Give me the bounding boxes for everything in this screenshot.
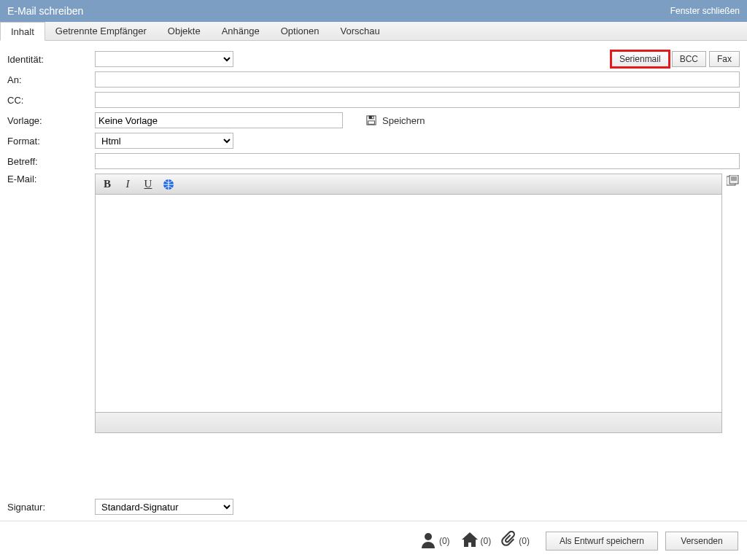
editor-toolbar: B I U xyxy=(95,174,722,194)
label-format: Format: xyxy=(7,136,95,147)
editor-footer xyxy=(95,413,722,433)
paperclip-icon xyxy=(501,531,517,551)
format-select[interactable]: Html xyxy=(95,133,233,149)
tab-strip: Inhalt Getrennte Empfänger Objekte Anhän… xyxy=(0,22,747,41)
serienmail-button[interactable]: Serienmail xyxy=(611,51,669,67)
house-icon xyxy=(460,531,479,551)
person-icon xyxy=(420,531,438,551)
tab-options[interactable]: Optionen xyxy=(271,22,330,40)
save-template-label[interactable]: Speichern xyxy=(382,115,425,126)
signature-select[interactable]: Standard-Signatur xyxy=(95,499,233,515)
bold-button[interactable]: B xyxy=(100,177,115,192)
email-body-editor[interactable] xyxy=(95,194,722,413)
to-field[interactable] xyxy=(95,71,740,88)
label-signature: Signatur: xyxy=(7,502,95,513)
subject-field[interactable] xyxy=(95,153,740,169)
footer-bar: (0) (0) (0) Als Entwurf speichern Versen… xyxy=(0,521,747,560)
send-button[interactable]: Versenden xyxy=(665,532,738,551)
tab-objects[interactable]: Objekte xyxy=(158,22,212,40)
title-bar: E-Mail schreiben Fenster schließen xyxy=(0,0,747,22)
tab-attachments[interactable]: Anhänge xyxy=(212,22,271,40)
underline-button[interactable]: U xyxy=(141,177,155,192)
label-subject: Betreff: xyxy=(7,156,95,167)
label-email: E-Mail: xyxy=(7,174,95,184)
save-icon[interactable] xyxy=(366,115,376,125)
label-template: Vorlage: xyxy=(7,115,95,126)
cc-field[interactable] xyxy=(95,92,740,108)
svg-point-10 xyxy=(425,533,432,540)
expand-editor-icon[interactable] xyxy=(727,174,740,433)
italic-button[interactable]: I xyxy=(120,177,135,192)
label-identity: Identität: xyxy=(7,54,95,65)
tab-preview[interactable]: Vorschau xyxy=(330,22,390,40)
identity-select[interactable] xyxy=(95,51,233,67)
tab-content[interactable]: Inhalt xyxy=(0,22,45,41)
close-window-link[interactable]: Fenster schließen xyxy=(670,6,740,16)
save-draft-button[interactable]: Als Entwurf speichern xyxy=(546,532,658,551)
contacts-count[interactable]: (0) xyxy=(420,531,450,551)
houses-count[interactable]: (0) xyxy=(460,531,492,551)
fax-button[interactable]: Fax xyxy=(709,51,740,67)
svg-rect-2 xyxy=(372,117,374,119)
svg-rect-6 xyxy=(729,175,738,184)
attachments-count[interactable]: (0) xyxy=(501,531,530,551)
template-field[interactable] xyxy=(95,112,343,128)
tab-separate-recipients[interactable]: Getrennte Empfänger xyxy=(45,22,158,40)
globe-button[interactable] xyxy=(161,177,176,192)
label-to: An: xyxy=(7,74,95,85)
form-content: Identität: Serienmail BCC Fax An: CC: Vo… xyxy=(0,41,747,521)
label-cc: CC: xyxy=(7,95,95,106)
window-title: E-Mail schreiben xyxy=(7,5,83,17)
bcc-button[interactable]: BCC xyxy=(672,51,706,67)
compose-email-window: E-Mail schreiben Fenster schließen Inhal… xyxy=(0,0,747,560)
